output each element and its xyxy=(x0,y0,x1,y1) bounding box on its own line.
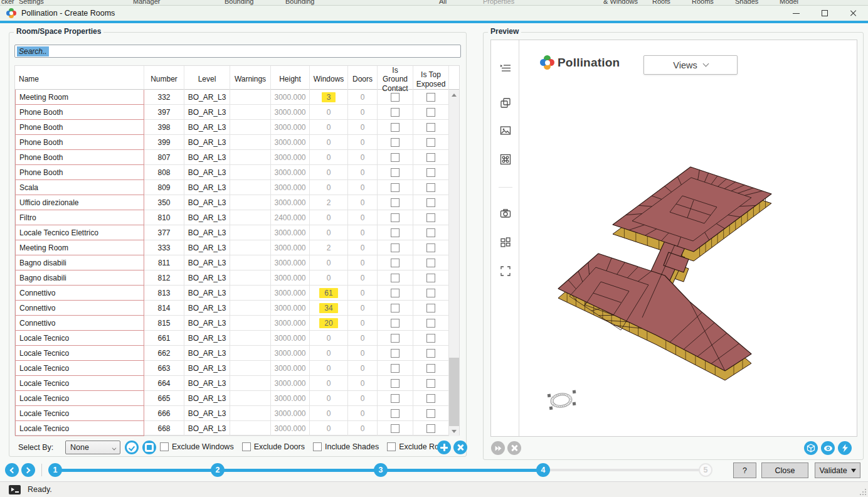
building-3d-model[interactable] xyxy=(526,147,789,395)
cell-name[interactable]: Meeting Room xyxy=(15,90,144,105)
cell-level[interactable]: BO_AR_L3 xyxy=(184,195,230,210)
cell-is-top-exposed[interactable] xyxy=(413,120,449,135)
cell-is-top-exposed[interactable] xyxy=(413,90,449,105)
ground-contact-checkbox[interactable] xyxy=(391,153,400,162)
cell-height[interactable]: 3000.000 xyxy=(271,135,310,150)
include-shades-checkbox[interactable] xyxy=(313,442,322,451)
cell-level[interactable]: BO_AR_L3 xyxy=(184,135,230,150)
cell-is-top-exposed[interactable] xyxy=(413,240,449,255)
ground-contact-checkbox[interactable] xyxy=(391,168,400,177)
cell-warnings[interactable] xyxy=(230,301,271,316)
cell-warnings[interactable] xyxy=(230,316,271,331)
cell-warnings[interactable] xyxy=(230,225,271,240)
cell-height[interactable]: 3000.000 xyxy=(271,165,310,180)
navigation-compass-icon[interactable] xyxy=(541,385,581,415)
cell-doors[interactable]: 0 xyxy=(348,376,378,391)
header-name[interactable]: Name xyxy=(15,66,144,93)
cell-number[interactable]: 808 xyxy=(144,165,184,180)
cell-is-top-exposed[interactable] xyxy=(413,270,449,286)
ground-contact-checkbox[interactable] xyxy=(391,198,400,207)
cell-level[interactable]: BO_AR_L3 xyxy=(184,225,230,240)
ground-contact-checkbox[interactable] xyxy=(391,424,400,433)
cell-name[interactable]: Phone Booth xyxy=(15,120,144,135)
cell-is-top-exposed[interactable] xyxy=(413,376,449,391)
cell-height[interactable]: 3000.000 xyxy=(271,316,310,331)
cell-level[interactable]: BO_AR_L3 xyxy=(184,120,230,135)
cell-windows[interactable]: 2 xyxy=(310,240,348,255)
ground-contact-checkbox[interactable] xyxy=(391,319,400,328)
cell-windows[interactable]: 0 xyxy=(310,331,348,346)
cell-is-ground-contact[interactable] xyxy=(378,150,413,165)
cell-is-top-exposed[interactable] xyxy=(413,286,449,301)
cell-height[interactable]: 3000.000 xyxy=(271,240,310,255)
cell-doors[interactable]: 0 xyxy=(348,210,378,225)
back-button[interactable] xyxy=(5,463,19,477)
cell-warnings[interactable] xyxy=(230,165,271,180)
cell-doors[interactable]: 0 xyxy=(348,331,378,346)
select-none-button[interactable] xyxy=(142,441,156,454)
cell-number[interactable]: 377 xyxy=(144,225,184,240)
cell-warnings[interactable] xyxy=(230,361,271,376)
cell-windows[interactable]: 0 xyxy=(310,120,348,135)
wizard-step-5[interactable]: 5 xyxy=(699,463,712,477)
cell-number[interactable]: 332 xyxy=(144,90,184,105)
cell-doors[interactable]: 0 xyxy=(348,286,378,301)
cell-warnings[interactable] xyxy=(230,286,271,301)
cell-doors[interactable]: 0 xyxy=(348,346,378,361)
tree-panel-icon[interactable] xyxy=(499,61,512,74)
cell-windows[interactable]: 0 xyxy=(310,225,348,240)
model-view-button[interactable] xyxy=(804,441,818,455)
cell-height[interactable]: 3000.000 xyxy=(271,376,310,391)
cell-number[interactable]: 398 xyxy=(144,120,184,135)
layers-icon[interactable] xyxy=(499,97,512,109)
cell-number[interactable]: 333 xyxy=(144,240,184,255)
cell-windows[interactable]: 61 xyxy=(310,286,348,301)
cell-windows[interactable]: 0 xyxy=(310,255,348,270)
cell-number[interactable]: 814 xyxy=(144,301,184,316)
top-exposed-checkbox[interactable] xyxy=(426,364,435,373)
components-icon[interactable] xyxy=(499,236,512,248)
cell-is-ground-contact[interactable] xyxy=(378,270,413,286)
cell-doors[interactable]: 0 xyxy=(348,421,378,436)
cell-height[interactable]: 3000.000 xyxy=(271,301,310,316)
header-number[interactable]: Number xyxy=(144,66,184,93)
cell-windows[interactable]: 2 xyxy=(310,195,348,210)
cell-doors[interactable]: 0 xyxy=(348,195,378,210)
cell-windows[interactable]: 20 xyxy=(310,316,348,331)
top-exposed-checkbox[interactable] xyxy=(426,334,435,343)
cell-windows[interactable]: 0 xyxy=(310,391,348,406)
cell-level[interactable]: BO_AR_L3 xyxy=(184,391,230,406)
cell-doors[interactable]: 0 xyxy=(348,225,378,240)
cell-height[interactable]: 3000.000 xyxy=(271,105,310,120)
cell-height[interactable]: 3000.000 xyxy=(271,90,310,105)
views-dropdown[interactable]: Views xyxy=(643,55,738,75)
cell-height[interactable]: 3000.000 xyxy=(271,120,310,135)
cell-windows[interactable]: 0 xyxy=(310,165,348,180)
cell-is-ground-contact[interactable] xyxy=(378,180,413,195)
cell-name[interactable]: Phone Booth xyxy=(15,150,144,165)
cell-windows[interactable]: 0 xyxy=(310,210,348,225)
top-exposed-checkbox[interactable] xyxy=(426,108,435,117)
cell-height[interactable]: 3000.000 xyxy=(271,195,310,210)
cell-name[interactable]: Locale Tecnico xyxy=(15,376,144,391)
cell-name[interactable]: Locale Tecnico xyxy=(15,391,144,406)
select-by-dropdown[interactable]: None xyxy=(65,441,120,454)
cell-number[interactable]: 663 xyxy=(144,361,184,376)
exclude-windows-checkbox[interactable] xyxy=(160,442,169,451)
top-exposed-checkbox[interactable] xyxy=(426,274,435,282)
cell-is-ground-contact[interactable] xyxy=(378,105,413,120)
cell-number[interactable]: 661 xyxy=(144,331,184,346)
ground-contact-checkbox[interactable] xyxy=(391,213,400,222)
image-icon[interactable] xyxy=(499,124,512,137)
top-exposed-checkbox[interactable] xyxy=(426,213,435,222)
help-button[interactable]: ? xyxy=(733,462,756,478)
cell-name[interactable]: Filtro xyxy=(15,210,144,225)
cell-height[interactable]: 3000.000 xyxy=(271,421,310,436)
cell-warnings[interactable] xyxy=(230,391,271,406)
cell-level[interactable]: BO_AR_L3 xyxy=(184,240,230,255)
forward-button[interactable] xyxy=(21,463,35,477)
cell-is-top-exposed[interactable] xyxy=(413,105,449,120)
cell-warnings[interactable] xyxy=(230,421,271,436)
ground-contact-checkbox[interactable] xyxy=(391,379,400,388)
minimize-button[interactable] xyxy=(781,6,810,21)
